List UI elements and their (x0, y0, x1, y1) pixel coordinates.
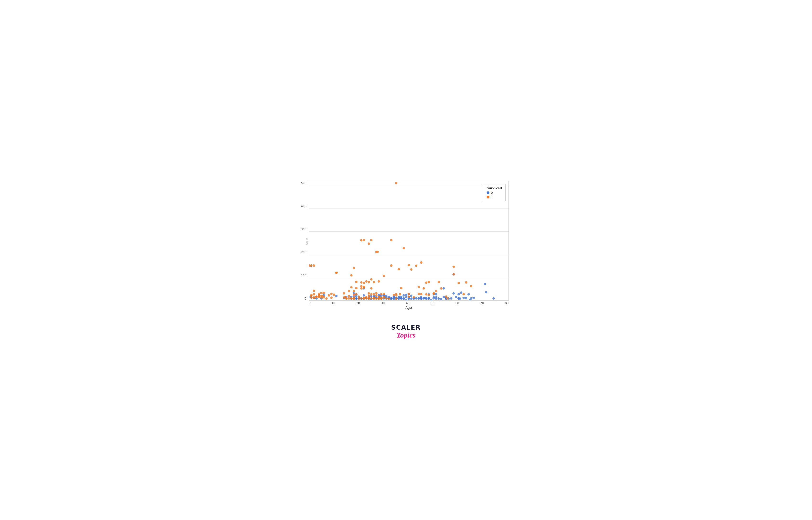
svg-point-200 (348, 290, 350, 292)
svg-point-246 (373, 293, 375, 295)
x-tick-30: 30 (381, 302, 385, 305)
x-tick-20: 20 (356, 302, 360, 305)
svg-point-203 (350, 286, 352, 288)
svg-point-300 (453, 273, 455, 276)
svg-point-268 (390, 239, 392, 241)
svg-point-287 (420, 261, 422, 264)
svg-point-83 (390, 297, 392, 299)
legend-item-1: 1 (487, 195, 502, 199)
svg-point-172 (313, 289, 315, 292)
svg-point-204 (350, 274, 352, 277)
svg-point-279 (408, 264, 410, 266)
svg-point-284 (417, 293, 420, 295)
svg-point-184 (323, 296, 325, 298)
svg-point-209 (353, 290, 355, 292)
svg-point-239 (370, 293, 373, 295)
svg-point-265 (385, 297, 387, 300)
svg-point-111 (410, 297, 412, 300)
svg-point-97 (398, 296, 400, 298)
svg-point-299 (446, 297, 449, 300)
svg-point-8 (335, 295, 337, 297)
legend-label-0: 0 (491, 191, 493, 194)
svg-point-292 (427, 281, 430, 283)
svg-point-146 (450, 297, 452, 300)
svg-point-137 (435, 293, 437, 295)
svg-point-269 (393, 294, 395, 296)
svg-point-240 (370, 287, 373, 289)
svg-point-302 (457, 282, 460, 284)
svg-point-163 (492, 297, 495, 300)
svg-point-263 (382, 293, 385, 295)
svg-point-264 (382, 275, 385, 277)
svg-point-199 (348, 295, 350, 297)
svg-point-227 (362, 239, 365, 241)
legend-box: Survived 0 1 (483, 184, 506, 201)
svg-point-259 (380, 297, 382, 299)
svg-point-260 (380, 293, 382, 295)
svg-point-190 (332, 293, 335, 296)
svg-point-274 (398, 268, 400, 270)
svg-point-220 (360, 239, 362, 241)
svg-point-123 (422, 297, 425, 299)
svg-point-252 (376, 251, 379, 253)
svg-point-250 (375, 292, 377, 294)
branding: SCALER Topics (391, 324, 421, 339)
svg-point-131 (430, 299, 432, 300)
chart-area: Fare 0 100 200 300 400 500 (303, 181, 509, 310)
x-tick-80: 80 (505, 302, 509, 305)
svg-point-102 (403, 297, 405, 300)
svg-point-285 (417, 286, 420, 288)
svg-point-266 (387, 297, 390, 300)
legend-dot-1 (487, 196, 489, 199)
svg-point-100 (400, 296, 402, 298)
x-tick-70: 70 (480, 302, 484, 305)
svg-point-141 (442, 287, 445, 289)
svg-point-276 (400, 287, 402, 289)
svg-point-170 (313, 296, 315, 298)
x-tick-50: 50 (431, 302, 434, 305)
scatter-svg (309, 181, 509, 300)
plot-area: 0 100 200 300 400 500 Survived 0 (309, 181, 509, 301)
svg-point-103 (403, 294, 405, 297)
svg-point-207 (353, 296, 355, 299)
svg-point-175 (315, 295, 318, 298)
svg-point-281 (410, 268, 412, 270)
svg-point-121 (420, 296, 422, 298)
svg-point-149 (455, 296, 457, 298)
svg-point-197 (345, 297, 347, 300)
svg-point-179 (318, 293, 320, 295)
svg-point-189 (330, 293, 332, 295)
svg-point-230 (365, 280, 368, 283)
svg-point-294 (432, 292, 435, 294)
brand-scaler-text: SCALER (391, 324, 421, 331)
svg-point-185 (323, 291, 325, 294)
svg-point-129 (427, 297, 430, 299)
svg-point-171 (313, 293, 315, 295)
y-axis-label: Fare (303, 181, 309, 303)
legend-item-0: 0 (487, 191, 502, 194)
svg-point-159 (470, 297, 472, 300)
svg-point-133 (432, 296, 435, 298)
svg-point-212 (355, 287, 357, 289)
svg-point-194 (343, 292, 345, 294)
svg-point-296 (437, 281, 440, 283)
svg-point-282 (412, 296, 415, 298)
svg-point-290 (425, 282, 427, 284)
svg-point-106 (405, 294, 407, 296)
svg-point-213 (355, 281, 357, 283)
svg-point-304 (465, 281, 467, 284)
svg-point-156 (465, 297, 467, 299)
chart-container: Fare 0 100 200 300 400 500 (303, 181, 509, 339)
svg-point-139 (440, 298, 442, 300)
x-axis-label: Age (309, 306, 509, 310)
x-axis-ticks: 0 10 20 30 40 50 60 70 80 (309, 301, 509, 305)
x-tick-40: 40 (406, 302, 409, 305)
svg-point-186 (325, 297, 328, 300)
svg-point-126 (425, 297, 427, 299)
svg-point-162 (485, 291, 487, 293)
legend-dot-0 (487, 191, 489, 194)
svg-point-157 (467, 293, 470, 295)
brand-topics-text: Topics (397, 331, 415, 339)
svg-point-256 (377, 280, 380, 283)
svg-point-187 (328, 294, 330, 297)
